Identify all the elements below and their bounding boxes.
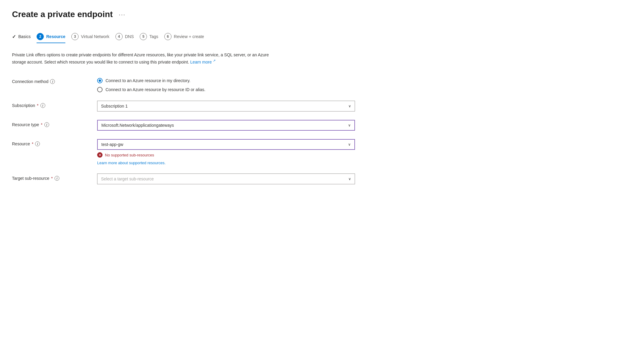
target-sub-resource-label: Target sub-resource xyxy=(12,176,49,181)
resource-value: test-app-gw xyxy=(101,142,123,147)
target-sub-resource-info-icon[interactable]: i xyxy=(55,176,59,181)
tab-basics[interactable]: ✓ Basics xyxy=(12,31,37,43)
tab-review-create[interactable]: 6 Review + create xyxy=(164,30,210,43)
resource-dropdown[interactable]: test-app-gw ∨ xyxy=(97,139,355,150)
resource-type-value: Microsoft.Network/applicationgateways xyxy=(101,123,174,128)
tab-tags[interactable]: 5 Tags xyxy=(140,30,164,43)
subscription-dropdown[interactable]: Subscription 1 ∨ xyxy=(97,101,355,111)
error-circle-icon xyxy=(97,152,103,158)
connection-method-radio-group: Connect to an Azure resource in my direc… xyxy=(97,77,355,92)
resource-label: Resource xyxy=(12,141,30,146)
tab-resource-label: Resource xyxy=(46,34,65,39)
resource-type-label: Resource type xyxy=(12,122,39,127)
tab-resource[interactable]: 2 Resource xyxy=(37,30,71,43)
connection-method-row: Connection method i Connect to an Azure … xyxy=(12,73,632,96)
subscription-required: * xyxy=(37,103,38,108)
radio-directory-circle[interactable] xyxy=(97,78,103,83)
resource-chevron-icon: ∨ xyxy=(348,142,351,147)
description-text: Private Link offers options to create pr… xyxy=(12,52,282,65)
tab-virtual-network[interactable]: 3 Virtual Network xyxy=(71,30,115,43)
subscription-info-icon[interactable]: i xyxy=(40,103,45,108)
tab-tags-step: 5 xyxy=(140,33,147,40)
learn-more-resources-link[interactable]: Learn more about supported resources. xyxy=(97,161,355,165)
resource-type-dropdown[interactable]: Microsoft.Network/applicationgateways ∨ xyxy=(97,120,355,131)
resource-type-required: * xyxy=(41,122,42,127)
radio-directory-label: Connect to an Azure resource in my direc… xyxy=(106,78,190,83)
learn-more-link[interactable]: Learn more ↗ xyxy=(190,60,216,64)
tab-dns-label: DNS xyxy=(125,34,134,39)
radio-resource-id-label: Connect to an Azure resource by resource… xyxy=(106,87,205,92)
target-sub-resource-dropdown[interactable]: Select a target sub-resource ∨ xyxy=(97,174,355,184)
page-title: Create a private endpoint xyxy=(12,10,113,19)
wizard-tabs: ✓ Basics 2 Resource 3 Virtual Network 4 … xyxy=(12,30,632,43)
check-icon: ✓ xyxy=(12,34,16,40)
target-sub-resource-row: Target sub-resource * i Select a target … xyxy=(12,169,632,188)
subscription-row: Subscription * i Subscription 1 ∨ xyxy=(12,96,632,116)
subscription-chevron-icon: ∨ xyxy=(348,104,351,108)
tab-review-step: 6 xyxy=(164,33,171,40)
resource-required: * xyxy=(32,141,33,146)
target-sub-resource-placeholder: Select a target sub-resource xyxy=(101,177,154,181)
resource-row: Resource * i test-app-gw ∨ No supported … xyxy=(12,135,632,169)
connection-method-label: Connection method xyxy=(12,79,48,84)
connection-method-info-icon[interactable]: i xyxy=(50,79,55,84)
external-link-icon: ↗ xyxy=(213,59,216,62)
resource-info-icon[interactable]: i xyxy=(35,141,40,146)
resource-type-row: Resource type * i Microsoft.Network/appl… xyxy=(12,116,632,135)
form-section: Connection method i Connect to an Azure … xyxy=(12,73,632,188)
tab-vnet-label: Virtual Network xyxy=(81,34,109,39)
target-sub-resource-chevron-icon: ∨ xyxy=(348,177,351,181)
subscription-value: Subscription 1 xyxy=(101,104,128,108)
tab-tags-label: Tags xyxy=(149,34,158,39)
tab-vnet-step: 3 xyxy=(71,33,79,40)
tab-review-label: Review + create xyxy=(174,34,204,39)
radio-directory[interactable]: Connect to an Azure resource in my direc… xyxy=(97,78,355,83)
radio-resource-id-circle[interactable] xyxy=(97,87,103,92)
tab-dns-step: 4 xyxy=(115,33,123,40)
resource-error-message: No supported sub-resources xyxy=(105,153,154,157)
subscription-label: Subscription xyxy=(12,103,35,108)
resource-error-row: No supported sub-resources xyxy=(97,152,355,158)
tab-dns[interactable]: 4 DNS xyxy=(115,30,140,43)
resource-type-info-icon[interactable]: i xyxy=(44,122,49,127)
ellipsis-menu-button[interactable]: ··· xyxy=(116,10,128,19)
tab-basics-label: Basics xyxy=(18,34,31,39)
tab-resource-step: 2 xyxy=(37,33,44,40)
resource-type-chevron-icon: ∨ xyxy=(348,123,351,127)
radio-resource-id[interactable]: Connect to an Azure resource by resource… xyxy=(97,87,355,92)
target-sub-resource-required: * xyxy=(51,176,53,181)
